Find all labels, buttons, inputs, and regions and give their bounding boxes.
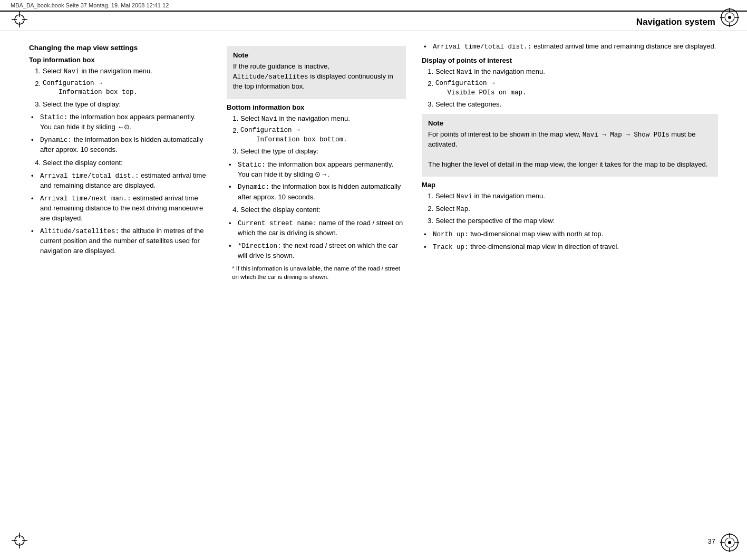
page-header: Navigation system bbox=[0, 12, 747, 31]
target-circle-top-right bbox=[720, 8, 739, 27]
list-item: 1. Select Navi in the navigation menu. bbox=[227, 114, 406, 124]
list-item: • Dynamic: the information box is hidden… bbox=[227, 182, 406, 202]
page-title: Navigation system bbox=[636, 17, 715, 27]
note-text-poi2: The higher the level of detail in the ma… bbox=[428, 160, 712, 170]
steps-map: 1. Select Navi in the navigation menu. 2… bbox=[422, 191, 718, 226]
bullets-top-type: • Static: the information box appears pe… bbox=[29, 112, 208, 155]
bullet-arrival-total: • Arrival time/total dist.: estimated ar… bbox=[422, 42, 718, 52]
left-column: Changing the map view settings Top infor… bbox=[29, 42, 219, 281]
list-item: 2. Configuration → Information box top. bbox=[29, 79, 208, 98]
sub-heading-poi: Display of points of interest bbox=[422, 56, 718, 64]
list-item: • Arrival time/total dist.: estimated ar… bbox=[422, 42, 718, 52]
note-title: Note bbox=[233, 51, 400, 59]
sub-heading-top-info: Top information box bbox=[29, 56, 208, 64]
list-item: 4. Select the display content: bbox=[227, 205, 406, 215]
note-box-inactive: Note If the route guidance is inactive, … bbox=[227, 46, 406, 99]
steps-poi: 1. Select Navi in the navigation menu. 2… bbox=[422, 67, 718, 110]
bullets-bottom-type: • Static: the information box appears pe… bbox=[227, 160, 406, 202]
list-item: 1. Select Navi in the navigation menu. bbox=[422, 191, 718, 202]
list-item: 3. Select the type of display: bbox=[227, 147, 406, 156]
note-text: If the route guidance is inactive, Altit… bbox=[233, 62, 400, 92]
right-column: • Arrival time/total dist.: estimated ar… bbox=[414, 42, 718, 281]
list-item: 1. Select Navi in the navigation menu. bbox=[29, 66, 208, 77]
list-item: 2. Configuration → Visible POIs on map. bbox=[422, 79, 718, 98]
list-item: • Static: the information box appears pe… bbox=[227, 160, 406, 180]
list-item: 1. Select Navi in the navigation menu. bbox=[422, 67, 718, 78]
corner-crosshair-top-left bbox=[12, 12, 27, 27]
list-item: • Dynamic: the information box is hidden… bbox=[29, 135, 208, 155]
steps-bottom-info: 1. Select Navi in the navigation menu. 2… bbox=[227, 114, 406, 157]
top-bar: MBA_BA_book.book Seite 37 Montag, 19. Ma… bbox=[0, 0, 747, 12]
steps-top-info: 1. Select Navi in the navigation menu. 2… bbox=[29, 66, 208, 109]
list-item: 4. Select the display content: bbox=[29, 158, 208, 168]
list-item: 2. Select Map. bbox=[422, 204, 718, 215]
footnote: * If this information is unavailable, th… bbox=[227, 264, 406, 281]
bullets-map-view: • North up: two-dimensional map view wit… bbox=[422, 229, 718, 253]
list-item: • Altitude/satellites: the altitude in m… bbox=[29, 226, 208, 256]
target-circle-bottom-right bbox=[720, 533, 739, 552]
bullets-top-content: • Arrival time/total dist.: estimated ar… bbox=[29, 171, 208, 256]
corner-crosshair-bottom-left bbox=[12, 533, 27, 548]
list-item: 2. Configuration → Information box botto… bbox=[227, 126, 406, 144]
svg-point-12 bbox=[728, 16, 731, 19]
list-item: • North up: two-dimensional map view wit… bbox=[422, 229, 718, 240]
step4-top: 4. Select the display content: bbox=[29, 158, 208, 168]
list-item: • Arrival time/total dist.: estimated ar… bbox=[29, 171, 208, 191]
list-item: 3. Select the categories. bbox=[422, 100, 718, 109]
list-item: • Track up: three-dimensional map view i… bbox=[422, 242, 718, 253]
list-item: • *Direction: the next road / street on … bbox=[227, 241, 406, 261]
list-item: • Current street name: name of the road … bbox=[227, 218, 406, 238]
list-item: 3. Select the perspective of the map vie… bbox=[422, 216, 718, 226]
page-container: MBA_BA_book.book Seite 37 Montag, 19. Ma… bbox=[0, 0, 747, 560]
sub-heading-map: Map bbox=[422, 181, 718, 189]
step4-bottom: 4. Select the display content: bbox=[227, 205, 406, 215]
note-text-poi1: For points of interest to be shown in th… bbox=[428, 130, 712, 150]
list-item: 3. Select the type of display: bbox=[29, 100, 208, 109]
list-item: • Arrival time/next man.: estimated arri… bbox=[29, 194, 208, 224]
svg-point-19 bbox=[728, 541, 731, 544]
note-box-poi: Note For points of interest to be shown … bbox=[422, 114, 718, 177]
bullets-bottom-content: • Current street name: name of the road … bbox=[227, 218, 406, 261]
note-title-poi: Note bbox=[428, 119, 712, 127]
page-number: 37 bbox=[708, 537, 715, 545]
sub-heading-bottom-info: Bottom information box bbox=[227, 103, 406, 111]
section-heading-map-view: Changing the map view settings bbox=[29, 44, 208, 52]
content-area: Changing the map view settings Top infor… bbox=[0, 31, 747, 292]
middle-column: Note If the route guidance is inactive, … bbox=[219, 42, 414, 281]
topbar-text: MBA_BA_book.book Seite 37 Montag, 19. Ma… bbox=[11, 2, 169, 8]
list-item: • Static: the information box appears pe… bbox=[29, 112, 208, 132]
